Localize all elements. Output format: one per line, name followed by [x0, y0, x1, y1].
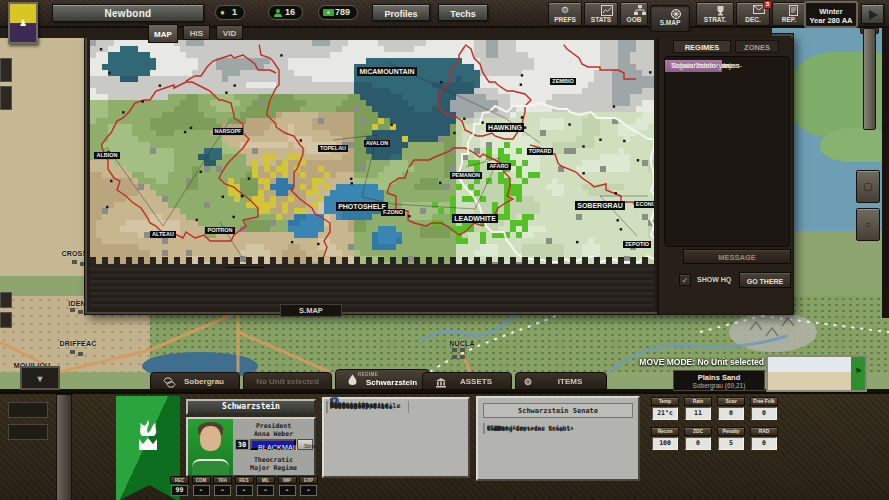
relation-value: 30: [235, 439, 249, 450]
notification-badge: 3: [763, 0, 772, 9]
resource-population[interactable]: 16: [268, 5, 303, 20]
left-edge-button[interactable]: [0, 292, 12, 308]
profile-row-values: Doctrinists: [327, 401, 373, 409]
tab-label: Sobergrau: [173, 373, 235, 391]
move-mode-status: MOVE MODE: No Unit selected: [520, 357, 764, 369]
crown-flame-emblem-icon: [130, 418, 166, 458]
regime-list-item[interactable]: Togalo Territory: [665, 60, 728, 72]
panel-tab-zones[interactable]: ZONES: [735, 40, 779, 53]
strat-button[interactable]: STRAT.: [696, 2, 734, 26]
left-edge-button[interactable]: [0, 86, 12, 110]
city-name: HAWKING: [486, 123, 524, 132]
view-tab-map[interactable]: MAP: [148, 24, 178, 43]
nav-label: REP.: [773, 16, 805, 23]
resource-credits[interactable]: 789: [318, 5, 358, 20]
left-edge-button[interactable]: [0, 312, 12, 328]
turn-season: Winter: [806, 7, 856, 16]
game-screen: CROSSAIDENDRIFFEACMOUILIOUNUCLACANIMI AL…: [0, 0, 889, 500]
leader-info: President Anna Weber 30 BLACKMAIL Strat …: [233, 419, 314, 475]
stat-label: REC: [170, 476, 189, 484]
strat-button[interactable]: Strat: [297, 439, 313, 450]
smap-button[interactable]: S.MAP: [650, 5, 690, 32]
oob-button[interactable]: OOB: [620, 2, 648, 26]
cash-icon: [323, 8, 333, 18]
stat-label: RES: [235, 476, 254, 484]
regime-flag[interactable]: ♟: [8, 2, 38, 44]
hex-stat-value: 21°c: [652, 407, 678, 420]
hex-stat-value: 5: [718, 437, 744, 450]
panel-tab-regimes[interactable]: REGIMES: [673, 40, 731, 53]
bottom-tab-sobergrau[interactable]: Sobergrau: [150, 372, 240, 390]
turn-indicator: Winter Year 280 AA: [804, 1, 858, 28]
view-tab-his[interactable]: HIS: [183, 25, 210, 40]
dec-button[interactable]: DEC.3: [736, 2, 770, 26]
city-name: ALTEAU: [150, 231, 176, 238]
hex-stat-value: 0: [751, 407, 777, 420]
regime-stat-rec: REC99: [170, 476, 189, 498]
gear-icon: ⚙: [549, 5, 581, 16]
map-label-driffeac: DRIFFEAC: [60, 340, 97, 347]
rep-button[interactable]: REP.: [772, 2, 806, 26]
nav-label: PREFS: [549, 16, 581, 23]
hex-stat-value: 11: [685, 407, 711, 420]
bottom-tab-schwarzstein[interactable]: REGIMESchwarzstein: [335, 369, 430, 390]
city-name: ECONUM: [634, 201, 654, 208]
nav-label: DEC.: [737, 16, 769, 23]
hex-stat-scav: Scav0: [717, 397, 745, 421]
hex-stat-temp: Temp21°c: [651, 397, 679, 421]
view-tab-vid[interactable]: VID: [216, 25, 243, 40]
map-handle: [863, 28, 876, 130]
stat-label: IMP: [278, 476, 297, 484]
smap-window-footer: [90, 268, 654, 308]
minimap-collapse-button[interactable]: ▼: [20, 366, 60, 390]
stat-value: 99: [171, 485, 188, 496]
regime-stat-res: RES-: [235, 476, 254, 498]
strategic-map[interactable]: ALBIONNARSOPFMICAMOUNTAINALTEAUTOPELAUAV…: [90, 40, 654, 268]
regime-card-title: Schwarzstein: [186, 399, 316, 415]
leader-portrait[interactable]: [188, 419, 233, 475]
techs-button[interactable]: Techs: [438, 4, 488, 21]
go-there-button[interactable]: GO THERE: [739, 272, 791, 288]
message-button[interactable]: MESSAGE: [683, 249, 791, 264]
map-tool-circle-button[interactable]: ○: [856, 208, 880, 241]
regime-class-label: Major Regime: [233, 464, 314, 472]
bottom-tab-no-unit-selected: No Unit selected: [243, 372, 332, 390]
gov-type-label: Theocratic: [233, 456, 314, 464]
hex-stat-penalty: Penalty5: [717, 427, 745, 451]
stats-button[interactable]: STATS: [584, 2, 618, 26]
profiles-button[interactable]: Profiles: [372, 4, 430, 21]
org-icon: [621, 5, 647, 16]
hex-stat-label: Scav: [717, 397, 745, 406]
resource-political-points[interactable]: ●1: [215, 5, 245, 20]
profile-row: Leading FactionDoctrinists: [326, 401, 328, 413]
faction-extra: -: [484, 423, 508, 433]
bottom-panel: Schwarzstein President Anna Weber 30 BLA…: [0, 392, 889, 500]
prefs-button[interactable]: ⚙PREFS: [548, 2, 582, 26]
stance-button[interactable]: BLACKMAIL: [250, 439, 296, 450]
tab-label: Schwarzstein: [358, 374, 425, 392]
stat-value: -: [279, 485, 296, 496]
tab-label: ITEMS: [538, 373, 602, 391]
portrait-face: [200, 426, 221, 451]
nav-label: S.MAP: [651, 19, 689, 26]
hex-stat-label: Penalty: [717, 427, 745, 436]
show-hq-checkbox[interactable]: ✓: [679, 274, 691, 286]
person-icon: [273, 8, 283, 18]
hex-stat-free-folk: Free Folk0: [750, 397, 778, 421]
smap-window-tab[interactable]: S.MAP: [280, 304, 342, 317]
hex-stat-label: Recon: [651, 427, 679, 436]
regime-name-plate: Newbond: [52, 4, 204, 22]
hex-stat-value: 0: [685, 437, 711, 450]
terrain-preview: ⚑: [766, 355, 867, 392]
end-turn-button[interactable]: [861, 4, 884, 24]
left-edge-button[interactable]: [0, 58, 12, 82]
map-tool-square-button[interactable]: ▢: [856, 170, 880, 203]
hex-stat-value: 0: [718, 407, 744, 420]
leader-name: Anna Weber: [233, 430, 314, 438]
senate-row: [483, 423, 485, 434]
regime-profile-table: Politics Profile★33♛33⚔64Society Profile…: [322, 397, 470, 478]
nav-label: STRAT.: [697, 16, 733, 23]
bottom-tab-assets[interactable]: ASSETS: [422, 372, 512, 390]
senate-title: Schwarzstein Senate: [483, 403, 633, 418]
bottom-tab-items[interactable]: ⚙ITEMS: [515, 372, 607, 390]
